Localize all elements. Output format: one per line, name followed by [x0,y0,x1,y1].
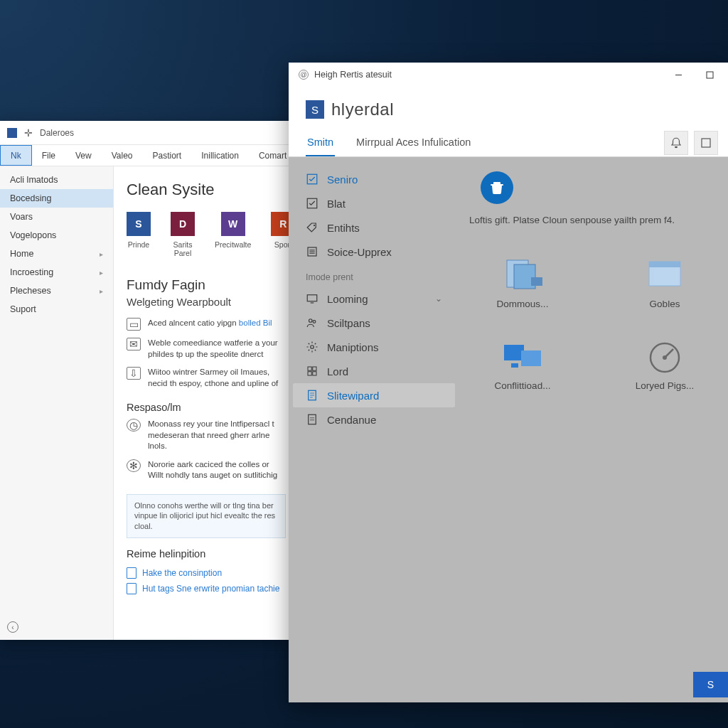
feature-description: Loftis gift. Platse Cloun senpouse yailt… [469,214,675,228]
app-tile-icon: S [127,212,151,236]
tile-label: Loryed Pigs... [636,380,695,391]
sidebar-item[interactable]: Vogelopons [0,226,113,245]
info-item: ✉Weble comeediance watferie a your phild… [127,338,286,360]
svg-rect-16 [313,367,316,370]
link-list: Hake the consinptionHut tags Sne erwrite… [127,565,286,596]
page-heading: Clean Sysite [127,181,286,199]
app-tile[interactable]: WPrecitwalte [215,212,251,257]
minimize-button[interactable] [663,63,694,87]
nav-item[interactable]: Lord [293,359,455,383]
window-title: Heigh Rertis atesuit [314,70,392,80]
info-icon: ◷ [127,419,141,432]
nav-item[interactable]: Seniro [293,167,455,191]
doc-alt-icon [306,413,318,426]
feature-tile[interactable]: Conflittioad... [469,338,576,391]
help-link[interactable]: Hake the consinption [127,565,286,581]
tab[interactable]: Smitn [306,129,335,156]
screen-icon [306,292,318,305]
tile-label: Conflittioad... [495,380,551,391]
tile-graphic-icon [501,338,544,373]
svg-rect-17 [308,372,311,375]
app-tile[interactable]: SPrinde [127,212,151,257]
brand: S hlyerdal [306,100,711,119]
back-content: Clean Sysite SPrindeDSarits ParelWPrecit… [114,166,299,640]
front-main: Loftis gift. Platse Cloun senpouse yailt… [459,157,728,653]
sidebar-item[interactable]: Home▸ [0,245,113,263]
sidebar-item[interactable]: Acli lmatods [0,171,113,189]
checkbox-alt-icon [306,197,318,210]
inline-link[interactable]: bolled Bil [239,318,272,327]
front-header: S hlyerdal [289,87,728,129]
document-icon [127,567,136,579]
sidebar-item[interactable]: Bocedsing [0,189,113,208]
tab[interactable]: Mirrpual Aces Infulication [355,129,472,156]
brand-icon: S [306,100,324,119]
resp-list: ◷Moonass rey your tine lntfipersacl t me… [127,419,286,481]
maximize-button[interactable] [694,63,725,87]
feature-tile[interactable]: Loryed Pigs... [611,338,718,391]
menu-item[interactable]: Valeo [102,145,143,166]
info-item: ⇩Wiitoo wintrer Sarmey oil Imaues, necid… [127,367,286,389]
foreground-app-window: @ Heigh Rertis atesuit S hlyerdal SmitnM… [289,63,728,702]
help-button[interactable] [694,131,718,155]
nav-item[interactable]: Cendanue [293,407,455,432]
tile-grid: Dommous...GoblesConflittioad...Loryed Pi… [469,256,718,391]
menu-item[interactable]: Nk [0,145,32,166]
checkbox-icon [306,173,318,186]
plus-icon[interactable]: ✛ [24,127,33,139]
chevron-right-icon: ▸ [100,269,103,277]
sidebar-footer[interactable]: ‹ [7,621,18,633]
gear-icon [306,341,318,353]
tile-label: Dommous... [497,299,549,309]
info-text: Nororie aark caciced the colles or Willt… [148,459,286,481]
svg-rect-15 [308,367,311,370]
people-icon [306,316,318,329]
feature-tile[interactable]: Dommous... [469,256,576,309]
callout-box: Olnno conohs werthe will or tlng tina be… [127,494,286,539]
notification-button[interactable] [664,131,688,155]
info-text: Wiitoo wintrer Sarmey oil Imaues, necid … [148,367,286,389]
nav-item[interactable]: Entihts [293,215,455,240]
menu-item[interactable]: File [32,145,65,166]
menu-item[interactable]: Inillication [191,145,249,166]
app-tile[interactable]: DSarits Parel [171,212,195,257]
info-icon: ✉ [127,338,141,350]
info-text: Aced alncent catio yipgn bolled Bil [148,318,272,329]
front-titlebar: @ Heigh Rertis atesuit [289,63,728,87]
sidebar-item[interactable]: Voars [0,208,113,226]
nav-item[interactable]: Blat [293,191,455,215]
window-controls [663,63,725,87]
info-icon: ▭ [127,318,141,331]
menu-item[interactable]: Pastiort [143,145,192,166]
info-icon: ⇩ [127,367,141,380]
primary-action-button[interactable]: S [693,672,728,697]
sidebar-item[interactable]: Suport [0,300,113,318]
tile-graphic-icon [643,256,686,291]
app-tile-label: Sarits Parel [171,240,195,257]
info-text: Weble comeediance watferie a your philde… [148,338,286,360]
section-title: Fumdy Fagin [127,277,286,293]
svg-rect-28 [531,277,542,286]
nav-item[interactable]: Soice-Upprex [293,240,455,264]
tile-graphic-icon [643,338,686,373]
app-badge-icon: @ [299,70,309,80]
svg-rect-33 [511,363,518,368]
nav-item[interactable]: Looming⌄ [293,287,455,311]
sidebar-item[interactable]: Plecheses▸ [0,282,113,300]
back-menubar: NkFileVewValeoPastiortInillicationComart [0,145,299,166]
tile-label: Gobles [650,299,680,309]
app-tile-label: Precitwalte [215,240,251,249]
section-subtitle: Welgeting Wearpboult [127,296,286,308]
menu-item[interactable]: Vew [65,145,102,166]
svg-rect-1 [707,72,713,78]
back-sidebar: Acli lmatodsBocedsingVoarsVogeloponsHome… [0,166,114,640]
nav-item[interactable]: Maniptions [293,335,455,359]
feature-tile[interactable]: Gobles [611,256,718,309]
app-tile-label: Prinde [128,240,149,249]
svg-rect-30 [649,262,680,267]
sidebar-item[interactable]: Incroesting▸ [0,263,113,282]
nav-item[interactable]: Sciltpans [293,311,455,335]
nav-item[interactable]: Slitewipard [293,383,455,407]
help-link[interactable]: Hut tags Sne erwrite pnomian tachie [127,581,286,596]
app-icon [7,128,17,138]
